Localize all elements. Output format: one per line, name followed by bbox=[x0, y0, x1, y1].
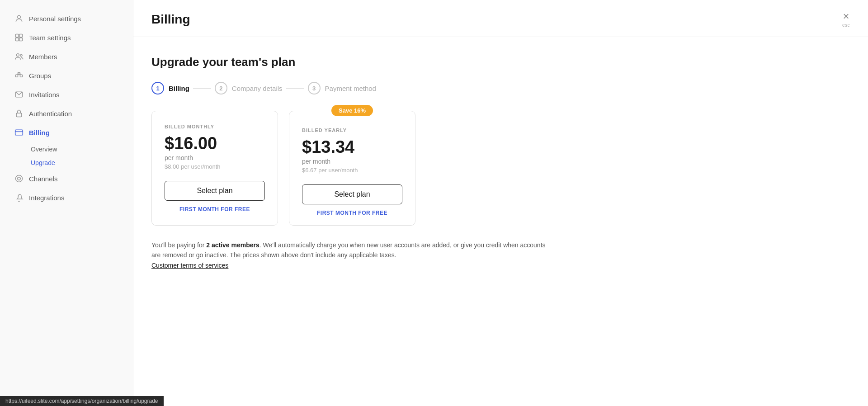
plan-card-monthly: BILLED MONTHLY $16.00 per month $8.00 pe… bbox=[151, 111, 278, 226]
sidebar-item-billing[interactable]: Billing bbox=[4, 123, 129, 142]
step-3-circle: 3 bbox=[308, 82, 321, 94]
note-bold: 2 active members bbox=[206, 241, 259, 249]
upgrade-title: Upgrade your team's plan bbox=[151, 55, 850, 69]
billing-note: You'll be paying for 2 active members. W… bbox=[151, 240, 549, 270]
sidebar-item-label: Groups bbox=[29, 72, 51, 80]
sidebar-item-members[interactable]: Members bbox=[4, 47, 129, 66]
step-3-label: Payment method bbox=[325, 85, 376, 92]
integrations-icon bbox=[14, 193, 24, 202]
sidebar-item-label: Team settings bbox=[29, 34, 71, 42]
person-icon bbox=[14, 14, 24, 23]
sidebar-item-label: Invitations bbox=[29, 91, 60, 99]
free-month-monthly: FIRST MONTH FOR FREE bbox=[165, 206, 265, 212]
plan-price-monthly: $16.00 bbox=[165, 134, 265, 153]
save-badge: Save 16% bbox=[331, 105, 373, 116]
close-icon: × bbox=[843, 11, 849, 22]
note-prefix: You'll be paying for bbox=[151, 241, 206, 249]
per-user-monthly: $8.00 per user/month bbox=[165, 163, 265, 170]
steps-indicator: 1 Billing 2 Company details 3 Payment me… bbox=[151, 82, 850, 94]
members-icon bbox=[14, 52, 24, 61]
svg-rect-3 bbox=[16, 38, 19, 41]
per-month-yearly: per month bbox=[302, 158, 402, 165]
billing-period-monthly: BILLED MONTHLY bbox=[165, 124, 265, 129]
step-divider-1 bbox=[193, 88, 211, 89]
plans-container: BILLED MONTHLY $16.00 per month $8.00 pe… bbox=[151, 111, 850, 226]
main-content: Billing × esc Upgrade your team's plan 1… bbox=[133, 0, 868, 406]
lock-icon bbox=[14, 109, 24, 118]
per-user-yearly: $6.67 per user/month bbox=[302, 167, 402, 174]
page-header: Billing × esc bbox=[133, 0, 868, 37]
svg-point-17 bbox=[16, 175, 23, 182]
billing-sub-menu: Overview Upgrade bbox=[0, 143, 133, 169]
content-area: Upgrade your team's plan 1 Billing 2 Com… bbox=[133, 37, 868, 406]
plan-price-yearly: $13.34 bbox=[302, 137, 402, 157]
step-1-label: Billing bbox=[169, 85, 189, 92]
svg-rect-14 bbox=[16, 113, 22, 117]
select-plan-yearly-button[interactable]: Select plan bbox=[302, 184, 402, 204]
sidebar-sub-upgrade[interactable]: Upgrade bbox=[25, 156, 133, 169]
sidebar-item-authentication[interactable]: Authentication bbox=[4, 104, 129, 123]
page-title: Billing bbox=[151, 12, 190, 27]
sidebar-item-invitations[interactable]: Invitations bbox=[4, 85, 129, 104]
billing-icon bbox=[14, 128, 24, 137]
step-billing: 1 Billing bbox=[151, 82, 189, 94]
step-company: 2 Company details bbox=[215, 82, 283, 94]
channels-icon bbox=[14, 174, 24, 183]
svg-rect-15 bbox=[15, 130, 23, 135]
step-1-circle: 1 bbox=[151, 82, 164, 94]
status-url: https://uifeed.slite.com/app/settings/or… bbox=[5, 398, 158, 404]
close-button[interactable]: × esc bbox=[842, 11, 850, 28]
billing-period-yearly: BILLED YEARLY bbox=[302, 127, 402, 133]
svg-point-0 bbox=[18, 15, 21, 19]
sidebar-item-personal-settings[interactable]: Personal settings bbox=[4, 9, 129, 28]
team-icon bbox=[14, 33, 24, 42]
svg-point-18 bbox=[18, 177, 21, 180]
step-divider-2 bbox=[286, 88, 304, 89]
step-payment: 3 Payment method bbox=[308, 82, 376, 94]
per-month-monthly: per month bbox=[165, 154, 265, 161]
select-plan-monthly-button[interactable]: Select plan bbox=[165, 181, 265, 201]
customer-terms-link[interactable]: Customer terms of services bbox=[151, 262, 228, 269]
plan-card-yearly: Save 16% BILLED YEARLY $13.34 per month … bbox=[289, 111, 415, 226]
groups-icon bbox=[14, 71, 24, 80]
sidebar-item-label: Members bbox=[29, 53, 57, 61]
sidebar-item-label: Billing bbox=[29, 129, 50, 137]
step-2-label: Company details bbox=[232, 85, 283, 92]
svg-point-5 bbox=[17, 54, 19, 57]
esc-label: esc bbox=[842, 23, 850, 28]
sidebar-item-groups[interactable]: Groups bbox=[4, 66, 129, 85]
svg-rect-4 bbox=[19, 38, 23, 41]
svg-point-6 bbox=[20, 54, 22, 56]
step-2-circle: 2 bbox=[215, 82, 227, 94]
sidebar-item-integrations[interactable]: Integrations bbox=[4, 189, 129, 207]
status-bar: https://uifeed.slite.com/app/settings/or… bbox=[0, 396, 164, 406]
sidebar-item-label: Personal settings bbox=[29, 15, 81, 23]
sidebar-item-label: Channels bbox=[29, 175, 57, 183]
sidebar-sub-overview[interactable]: Overview bbox=[25, 143, 133, 156]
svg-rect-2 bbox=[19, 34, 23, 38]
invitations-icon bbox=[14, 90, 24, 99]
free-month-yearly: FIRST MONTH FOR FREE bbox=[302, 210, 402, 216]
sidebar-item-label: Authentication bbox=[29, 110, 72, 118]
sidebar-item-team-settings[interactable]: Team settings bbox=[4, 28, 129, 47]
sidebar-item-channels[interactable]: Channels bbox=[4, 170, 129, 188]
sidebar: Personal settings Team settings Members … bbox=[0, 0, 133, 406]
svg-rect-1 bbox=[16, 34, 19, 38]
sidebar-item-label: Integrations bbox=[29, 194, 64, 202]
